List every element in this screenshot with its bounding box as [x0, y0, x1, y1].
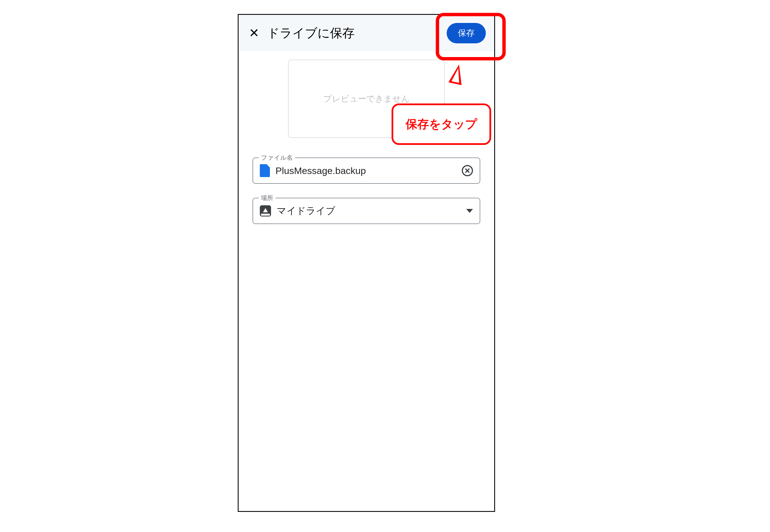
filename-field[interactable]: ファイル名 PlusMessage.backup	[253, 157, 480, 184]
app-header: ✕ ドライブに保存 保存	[239, 15, 494, 51]
filename-label: ファイル名	[259, 154, 295, 162]
location-label: 場所	[259, 194, 275, 202]
preview-text: プレビューできません	[323, 93, 410, 105]
save-button[interactable]: 保存	[447, 23, 486, 43]
location-field[interactable]: 場所 マイドライブ	[253, 198, 480, 224]
close-icon[interactable]: ✕	[247, 27, 261, 39]
filename-value: PlusMessage.backup	[275, 165, 456, 176]
file-icon	[260, 164, 270, 177]
header-title: ドライブに保存	[267, 25, 447, 41]
annotation-text: 保存をタップ	[406, 117, 477, 131]
annotation-callout: 保存をタップ	[392, 103, 491, 145]
chevron-down-icon	[466, 209, 473, 213]
clear-icon[interactable]	[462, 165, 473, 176]
phone-screen: ✕ ドライブに保存 保存 プレビューできません ファイル名 PlusMessag…	[238, 14, 495, 512]
drive-icon	[260, 205, 271, 216]
location-value: マイドライブ	[277, 204, 461, 217]
